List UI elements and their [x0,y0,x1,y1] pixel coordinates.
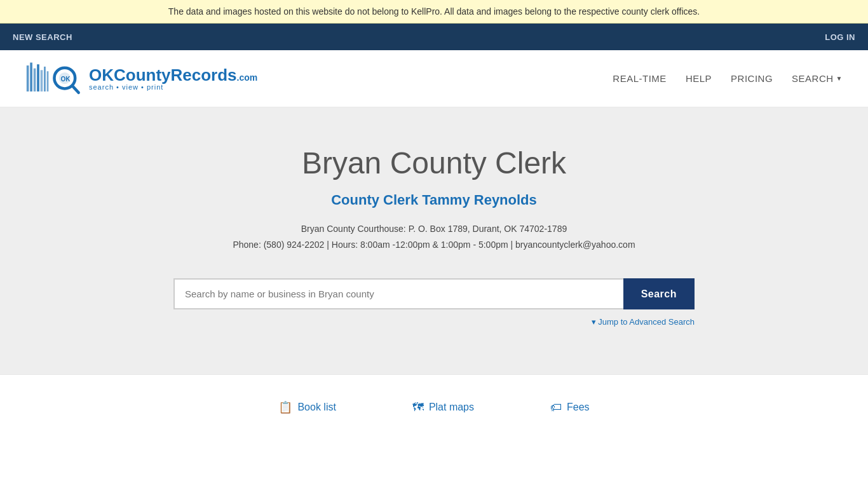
logo-container: OK OKCountyRecords.com search • view • p… [25,58,257,99]
brand-name: OKCountyRecords [89,65,237,85]
logo-graphic: OK [25,58,89,99]
new-search-link[interactable]: NEW SEARCH [13,32,72,42]
plat-maps-label: Plat maps [429,402,474,413]
svg-rect-4 [41,70,43,92]
advanced-search-anchor[interactable]: ▾ Jump to Advanced Search [592,317,695,327]
nav-realtime[interactable]: REAL-TIME [613,73,667,84]
search-box-row: Search [173,278,695,309]
book-list-label: Book list [297,402,336,413]
svg-line-9 [72,86,79,93]
svg-rect-0 [27,65,29,92]
plat-maps-icon: 🗺 [412,401,424,414]
main-content: Bryan County Clerk County Clerk Tammy Re… [0,107,868,374]
clerk-name: County Clerk Tammy Reynolds [331,192,537,208]
search-input[interactable] [173,278,623,309]
svg-rect-3 [37,64,39,92]
fees-label: Fees [567,402,590,413]
footer-links: 📋 Book list 🗺 Plat maps 🏷 Fees [0,374,868,440]
page-title: Bryan County Clerk [302,146,566,180]
top-nav: NEW SEARCH LOG IN [0,24,868,50]
book-list-link[interactable]: 📋 Book list [278,400,336,414]
logo-brand: OKCountyRecords.com [89,67,257,83]
svg-rect-2 [34,69,36,92]
brand-com: .com [237,72,258,83]
svg-text:OK: OK [60,76,71,83]
login-link[interactable]: LOG IN [825,32,855,42]
logo-tagline: search • view • print [89,83,257,91]
address-line2: Phone: (580) 924-2202 | Hours: 8:00am -1… [233,237,635,253]
svg-rect-1 [30,63,32,92]
logo-text: OKCountyRecords.com search • view • prin… [89,67,257,91]
nav-help[interactable]: HELP [686,73,712,84]
notice-text: The data and images hosted on this websi… [168,6,700,17]
search-button[interactable]: Search [623,278,695,309]
nav-search[interactable]: SEARCH ▼ [792,73,843,84]
main-nav: REAL-TIME HELP PRICING SEARCH ▼ [613,73,843,84]
plat-maps-link[interactable]: 🗺 Plat maps [412,401,474,414]
address-line1: Bryan County Courthouse: P. O. Box 1789,… [233,221,635,237]
search-dropdown-arrow: ▼ [836,75,843,82]
fees-link[interactable]: 🏷 Fees [550,401,590,414]
search-area: Search ▾ Jump to Advanced Search [173,278,695,327]
site-header: OK OKCountyRecords.com search • view • p… [0,50,868,107]
advanced-search-link: ▾ Jump to Advanced Search [173,316,695,327]
notice-bar: The data and images hosted on this websi… [0,0,868,24]
address-info: Bryan County Courthouse: P. O. Box 1789,… [233,221,635,253]
book-list-icon: 📋 [278,400,292,414]
svg-rect-5 [44,67,46,92]
svg-rect-6 [47,71,49,92]
nav-pricing[interactable]: PRICING [731,73,773,84]
fees-icon: 🏷 [550,401,562,414]
